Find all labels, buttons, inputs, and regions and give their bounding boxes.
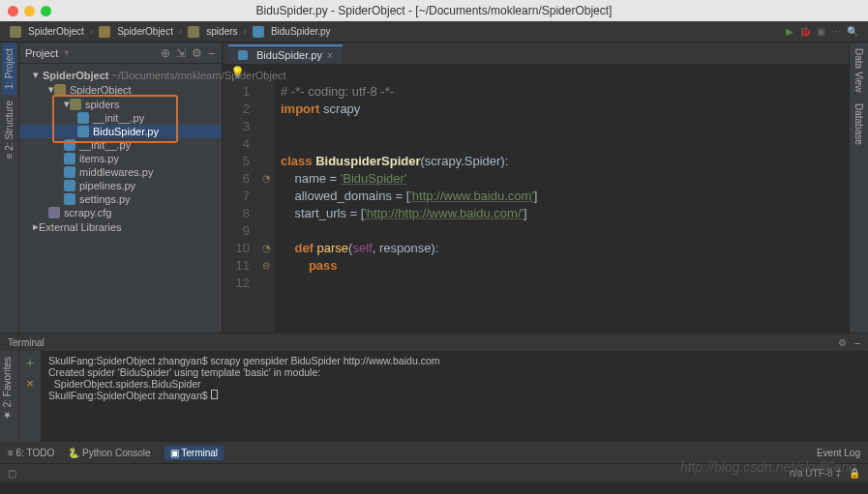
- project-tool-window: Project ▾ ⊕ ⇲ ⚙ ‒ ▾ SpiderObject ~/Docum…: [19, 43, 223, 333]
- project-title: Project: [25, 47, 58, 59]
- hide-icon[interactable]: ‒: [208, 46, 216, 60]
- gear-icon[interactable]: ⚙: [838, 337, 847, 348]
- breadcrumb-bar: SpiderObject › SpiderObject › spiders › …: [0, 21, 868, 43]
- left-tab-structure[interactable]: ≡ 2: Structure: [2, 95, 16, 164]
- editor-area: BiduSpider.py× 💡 123 456 789 101112 ◔ ◔⊖…: [223, 43, 849, 333]
- tree-root[interactable]: ▾ SpiderObject ~/Documents/moklearn/Spid…: [19, 68, 222, 82]
- more-icon[interactable]: ⋯: [831, 26, 841, 37]
- line-gutter: 123 456 789 101112: [223, 79, 257, 333]
- status-left-icon[interactable]: ▢: [8, 468, 16, 479]
- intention-bulb-icon[interactable]: 💡: [223, 64, 849, 79]
- btn-python-console[interactable]: 🐍 Python Console: [68, 448, 150, 458]
- close-session-icon[interactable]: ×: [26, 376, 34, 391]
- zoom-dot[interactable]: [41, 6, 51, 16]
- terminal-side-toolbar: + ×: [19, 351, 41, 442]
- left-tool-gutter: 1: Project ≡ 2: Structure: [0, 43, 19, 333]
- tree-external[interactable]: ▸ External Libraries: [19, 219, 222, 234]
- search-icon[interactable]: 🔍: [847, 26, 858, 37]
- chevron-right-icon: ›: [179, 26, 182, 37]
- new-session-icon[interactable]: +: [26, 355, 34, 370]
- crumb-package[interactable]: SpiderObject: [99, 26, 173, 38]
- terminal-output[interactable]: SkullFang:SpiderObject zhangyan$ scrapy …: [41, 351, 447, 442]
- run-arrow-icon[interactable]: ▣: [817, 26, 825, 37]
- mac-titlebar: BiduSpider.py - SpiderObject - [~/Docume…: [0, 0, 868, 21]
- chevron-right-icon: ›: [244, 26, 247, 37]
- right-tab-database[interactable]: Database: [852, 98, 866, 151]
- right-tab-dataview[interactable]: Data View: [852, 43, 866, 98]
- right-tool-gutter: Data View Database: [849, 43, 868, 333]
- crumb-folder[interactable]: spiders: [188, 26, 237, 38]
- minimize-dot[interactable]: [24, 6, 35, 16]
- hide-icon[interactable]: ‒: [854, 337, 860, 348]
- collapse-icon[interactable]: ⊕: [161, 46, 170, 60]
- gear-icon[interactable]: ⚙: [192, 46, 202, 60]
- run-icon[interactable]: ▶: [786, 26, 793, 37]
- code-text[interactable]: # -*- coding: utf-8 -*- import scrapy cl…: [275, 79, 541, 333]
- tree-settings[interactable]: settings.py: [19, 192, 222, 206]
- terminal-panel: Terminal ⚙‒ ★ 2: Favorites + × SkullFang…: [0, 333, 868, 442]
- left-tool-gutter-lower: ★ 2: Favorites: [0, 351, 19, 442]
- tree-pipelines[interactable]: pipelines.py: [19, 179, 222, 192]
- chevron-right-icon: ›: [90, 26, 93, 37]
- close-icon[interactable]: ×: [327, 50, 333, 61]
- close-dot[interactable]: [8, 6, 18, 16]
- terminal-title: Terminal: [8, 337, 45, 348]
- watermark-text: http://blog.csdn.net/skullFang: [680, 459, 856, 475]
- tree-cfg[interactable]: scrapy.cfg: [19, 206, 222, 219]
- expand-icon[interactable]: ⇲: [176, 46, 186, 60]
- crumb-file[interactable]: BiduSpider.py: [253, 26, 331, 38]
- terminal-cursor: [211, 390, 218, 399]
- btn-terminal[interactable]: ▣ Terminal: [165, 446, 224, 460]
- crumb-project[interactable]: SpiderObject: [10, 26, 84, 38]
- event-log[interactable]: Event Log: [817, 448, 860, 458]
- tree-middlewares[interactable]: middlewares.py: [19, 165, 222, 179]
- project-tree[interactable]: ▾ SpiderObject ~/Documents/moklearn/Spid…: [19, 64, 222, 238]
- highlight-annotation: [52, 95, 178, 143]
- debug-icon[interactable]: 🐞: [799, 26, 811, 37]
- tab-biduspider[interactable]: BiduSpider.py×: [228, 44, 343, 64]
- left-tab-project[interactable]: 1: Project: [2, 43, 16, 95]
- window-title: BiduSpider.py - SpiderObject - [~/Docume…: [256, 4, 613, 17]
- tree-items[interactable]: items.py: [19, 152, 222, 165]
- left-tab-favorites[interactable]: ★ 2: Favorites: [0, 351, 15, 426]
- btn-todo[interactable]: ≡ 6: TODO: [8, 448, 54, 458]
- gutter-icons: ◔ ◔⊖: [257, 79, 275, 333]
- editor-tabs: BiduSpider.py×: [223, 43, 849, 64]
